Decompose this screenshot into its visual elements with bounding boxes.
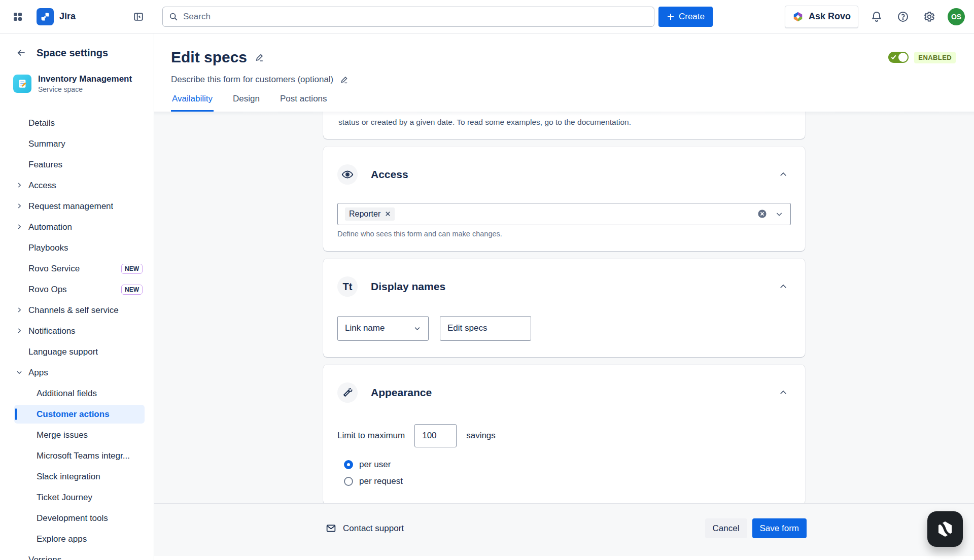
sidebar-item-notifications[interactable]: Notifications	[0, 321, 154, 341]
edit-description-icon[interactable]	[340, 75, 349, 84]
radio-icon	[344, 477, 353, 486]
sidebar-item-playbooks[interactable]: Playbooks	[0, 237, 154, 258]
search-input[interactable]: Search	[162, 7, 654, 27]
save-form-button[interactable]: Save form	[752, 518, 807, 538]
sidebar-item-language-support[interactable]: Language support	[0, 341, 154, 362]
ask-rovo-button[interactable]: Ask Rovo	[785, 6, 858, 28]
display-names-section: Tt Display names Link name Edit specs	[323, 259, 805, 357]
envelope-icon	[326, 523, 336, 534]
tab-availability[interactable]: Availability	[171, 94, 214, 112]
settings-gear-icon[interactable]	[921, 9, 937, 25]
appearance-title: Appearance	[371, 387, 432, 399]
eye-icon	[337, 164, 358, 185]
form-footer: Contact support Cancel Save form	[154, 503, 974, 556]
limit-suffix: savings	[466, 431, 496, 441]
sidebar-item-additional-fields[interactable]: Additional fields	[0, 383, 154, 404]
display-type-select[interactable]: Link name	[337, 316, 429, 341]
sidebar-item-development-tools[interactable]: Development tools	[0, 508, 154, 529]
form-description-field[interactable]: Describe this form for customers (option…	[171, 75, 956, 85]
display-name-input[interactable]: Edit specs	[440, 316, 531, 341]
clear-select-icon[interactable]	[757, 209, 767, 219]
sidebar-item-details[interactable]: Details	[0, 113, 154, 133]
sidebar-item-access[interactable]: Access	[0, 175, 154, 196]
sidebar-title: Space settings	[37, 47, 108, 59]
sidebar-nav: Details Summary Features Access	[0, 113, 154, 560]
app-name: Jira	[59, 11, 76, 22]
scrolled-card: status or created by a given date. To re…	[323, 112, 805, 139]
check-icon	[891, 54, 896, 60]
space-avatar-icon	[13, 75, 31, 93]
status-badge: ENABLED	[914, 52, 956, 63]
chevron-right-icon	[16, 202, 23, 209]
notifications-icon[interactable]	[868, 9, 885, 25]
tab-design[interactable]: Design	[232, 94, 261, 112]
chevron-down-icon	[16, 369, 23, 376]
access-title: Access	[371, 168, 408, 181]
collapse-access-icon[interactable]	[776, 167, 791, 182]
radio-option-per-request[interactable]: per request	[344, 476, 791, 486]
limit-scope-radio-group: per user per request	[344, 460, 791, 486]
space-name: Inventory Management	[38, 74, 132, 84]
enabled-cluster: ENABLED	[888, 52, 956, 63]
topbar-right: Ask Rovo OS	[785, 6, 974, 28]
user-avatar[interactable]: OS	[948, 8, 965, 25]
access-multiselect[interactable]: Reporter	[337, 203, 791, 225]
access-tag: Reporter	[345, 207, 395, 221]
enabled-toggle[interactable]	[888, 52, 909, 63]
contact-support-link[interactable]: Contact support	[326, 523, 404, 534]
appearance-section: Appearance Limit to maximum 100 savings …	[323, 365, 805, 503]
remove-tag-icon[interactable]	[385, 211, 391, 217]
display-names-title: Display names	[371, 281, 445, 293]
help-icon[interactable]	[895, 9, 911, 25]
select-chevron-down-icon[interactable]	[775, 210, 783, 218]
space-settings-header: Space settings	[0, 46, 154, 60]
create-button[interactable]: Create	[658, 7, 713, 27]
jira-logo[interactable]	[37, 8, 54, 25]
chevron-right-icon	[16, 327, 23, 334]
description-placeholder: Describe this form for customers (option…	[171, 75, 333, 85]
sidebar-item-summary[interactable]: Summary	[0, 133, 154, 154]
sidebar-item-versions[interactable]: Versions	[0, 549, 154, 560]
sidebar-item-microsoft-teams-integr[interactable]: Microsoft Teams integr...	[0, 445, 154, 466]
sidebar-item-request-management[interactable]: Request management	[0, 196, 154, 217]
rovo-chat-launcher-button[interactable]	[927, 511, 963, 547]
sidebar-item-features[interactable]: Features	[0, 154, 154, 175]
new-badge: NEW	[121, 285, 143, 295]
tab-bar: AvailabilityDesignPost actions	[171, 94, 956, 112]
space-info: Inventory Management Service space	[13, 74, 154, 93]
sidebar-item-ticket-journey[interactable]: Ticket Journey	[0, 487, 154, 508]
collapse-sidebar-icon[interactable]	[131, 9, 146, 24]
text-style-icon: Tt	[337, 276, 358, 297]
collapse-appearance-icon[interactable]	[776, 385, 791, 400]
rovo-icon	[792, 11, 804, 22]
app-switcher-icon[interactable]	[10, 9, 25, 24]
sidebar-item-automation[interactable]: Automation	[0, 217, 154, 237]
sidebar-item-channels-self-service[interactable]: Channels & self service	[0, 300, 154, 321]
plus-icon	[667, 13, 675, 21]
sidebar-item-slack-integration[interactable]: Slack integration	[0, 466, 154, 487]
access-section: Access Reporter	[323, 147, 805, 251]
sidebar-item-customer-actions[interactable]: Customer actions	[0, 404, 154, 425]
limit-value-input[interactable]: 100	[414, 424, 457, 447]
cancel-button[interactable]: Cancel	[705, 518, 747, 538]
edit-title-icon[interactable]	[255, 52, 265, 62]
sidebar-item-merge-issues[interactable]: Merge issues	[0, 425, 154, 445]
sidebar-item-rovo-ops[interactable]: Rovo Ops NEW	[0, 279, 154, 300]
scrolled-card-text: status or created by a given date. To re…	[338, 118, 631, 126]
collapse-display-names-icon[interactable]	[776, 279, 791, 294]
tab-post-actions[interactable]: Post actions	[279, 94, 328, 112]
top-navigation-bar: Jira Search Create Ask Rovo	[0, 0, 974, 33]
main-panel: Edit specs ENABLED Describe this form fo…	[154, 33, 974, 560]
sidebar-item-rovo-service[interactable]: Rovo Service NEW	[0, 258, 154, 279]
space-type: Service space	[38, 85, 132, 93]
sidebar: Space settings Inventory Management Serv…	[0, 33, 154, 560]
access-helper-text: Define who sees this form and can make c…	[337, 230, 791, 238]
back-arrow-icon[interactable]	[14, 46, 28, 60]
sidebar-item-apps[interactable]: Apps	[0, 362, 154, 383]
chevron-right-icon	[16, 306, 23, 313]
topbar-left: Jira	[0, 8, 154, 25]
sidebar-item-explore-apps[interactable]: Explore apps	[0, 529, 154, 549]
tab-content: status or created by a given date. To re…	[154, 112, 974, 503]
radio-option-per-user[interactable]: per user	[344, 460, 791, 470]
topbar-middle: Search Create	[154, 7, 713, 27]
